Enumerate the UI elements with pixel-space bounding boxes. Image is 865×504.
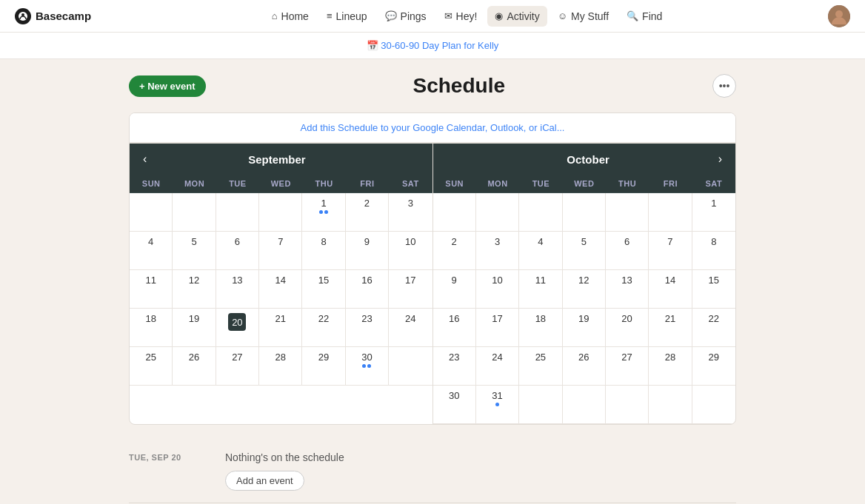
sep-day-22[interactable]: 22 bbox=[302, 309, 345, 347]
october-title: October bbox=[463, 153, 714, 166]
oct-day-28[interactable]: 28 bbox=[649, 347, 692, 386]
logo-icon bbox=[15, 8, 31, 24]
sep-day-9[interactable]: 9 bbox=[346, 232, 389, 270]
sep-day-7[interactable]: 7 bbox=[259, 232, 302, 270]
nav-find[interactable]: 🔍 Find bbox=[619, 6, 669, 27]
add-event-button-sep20[interactable]: Add an event bbox=[225, 471, 304, 491]
nav-lineup[interactable]: ≡ Lineup bbox=[319, 6, 375, 27]
sep-day-29[interactable]: 29 bbox=[302, 347, 345, 386]
oct-day-20[interactable]: 20 bbox=[606, 309, 649, 347]
oct-day-22[interactable]: 22 bbox=[692, 309, 735, 347]
oct-day-9[interactable]: 9 bbox=[433, 270, 476, 309]
oct-day-23[interactable]: 23 bbox=[433, 347, 476, 386]
nav-home[interactable]: ⌂ Home bbox=[264, 6, 316, 27]
sep-day-23[interactable]: 23 bbox=[346, 309, 389, 347]
sep-day-15[interactable]: 15 bbox=[302, 270, 345, 309]
sep-day-27[interactable]: 27 bbox=[216, 347, 259, 386]
oct-day-10[interactable]: 10 bbox=[476, 270, 519, 309]
sep-day-21[interactable]: 21 bbox=[259, 309, 302, 347]
sep-day-1[interactable]: 1 bbox=[302, 193, 345, 232]
oct-day-30[interactable]: 30 bbox=[433, 386, 476, 424]
sep-day-16[interactable]: 16 bbox=[346, 270, 389, 309]
sep-day-19[interactable]: 19 bbox=[173, 309, 216, 347]
oct-day-21[interactable]: 21 bbox=[649, 309, 692, 347]
september-days-header: SUN MON TUE WED THU FRI SAT bbox=[130, 175, 432, 193]
oct-day-5[interactable]: 5 bbox=[563, 232, 606, 270]
new-event-button[interactable]: + New event bbox=[129, 75, 206, 97]
nav-mystuff[interactable]: ☺ My Stuff bbox=[550, 6, 616, 27]
sep-day-18[interactable]: 18 bbox=[130, 309, 173, 347]
oct-day-2[interactable]: 2 bbox=[433, 232, 476, 270]
sep-day-26[interactable]: 26 bbox=[173, 347, 216, 386]
oct-day-19[interactable]: 19 bbox=[563, 309, 606, 347]
lineup-icon: ≡ bbox=[327, 10, 333, 21]
oct-day-13[interactable]: 13 bbox=[606, 270, 649, 309]
oct-day-sun: SUN bbox=[433, 175, 476, 192]
sep-day-13[interactable]: 13 bbox=[216, 270, 259, 309]
sep-day-2[interactable]: 2 bbox=[346, 193, 389, 232]
sep-day-25[interactable]: 25 bbox=[130, 347, 173, 386]
prev-month-button[interactable]: ‹ bbox=[138, 151, 151, 167]
oct-day-12[interactable]: 12 bbox=[563, 270, 606, 309]
oct-day-16[interactable]: 16 bbox=[433, 309, 476, 347]
oct-day-17[interactable]: 17 bbox=[476, 309, 519, 347]
more-options-button[interactable]: ••• bbox=[712, 74, 736, 98]
oct-empty-cell bbox=[563, 386, 606, 424]
nav-hey[interactable]: ✉ Hey! bbox=[437, 6, 485, 27]
sep-empty-cell bbox=[173, 193, 216, 232]
ical-link[interactable]: Add this Schedule to your Google Calenda… bbox=[301, 122, 565, 133]
sep-day-24[interactable]: 24 bbox=[389, 309, 432, 347]
oct-empty-cell bbox=[606, 193, 649, 232]
calendar-container: Add this Schedule to your Google Calenda… bbox=[129, 112, 736, 425]
oct-day-14[interactable]: 14 bbox=[649, 270, 692, 309]
sep-day-6[interactable]: 6 bbox=[216, 232, 259, 270]
oct-day-27[interactable]: 27 bbox=[606, 347, 649, 386]
oct-day-4[interactable]: 4 bbox=[519, 232, 562, 270]
oct-empty-cell bbox=[606, 386, 649, 424]
nav-pings[interactable]: 💬 Pings bbox=[378, 6, 434, 27]
oct-day-31[interactable]: 31 bbox=[476, 386, 519, 424]
sep-day-4[interactable]: 4 bbox=[130, 232, 173, 270]
sep-day-20[interactable]: 20 bbox=[216, 309, 259, 347]
sep-day-30[interactable]: 30 bbox=[346, 347, 389, 386]
oct-day-7[interactable]: 7 bbox=[649, 232, 692, 270]
sep-day-11[interactable]: 11 bbox=[130, 270, 173, 309]
oct-day-mon: MON bbox=[476, 175, 519, 192]
oct-day-8[interactable]: 8 bbox=[692, 232, 735, 270]
avatar[interactable] bbox=[828, 5, 850, 27]
sep-day-fri: FRI bbox=[346, 175, 389, 192]
sep-empty-cell bbox=[259, 193, 302, 232]
breadcrumb-link[interactable]: 30-60-90 Day Plan for Kelly bbox=[381, 40, 498, 51]
oct-day-11[interactable]: 11 bbox=[519, 270, 562, 309]
sep-day-3[interactable]: 3 bbox=[389, 193, 432, 232]
oct-day-15[interactable]: 15 bbox=[692, 270, 735, 309]
oct-day-18[interactable]: 18 bbox=[519, 309, 562, 347]
oct-day-26[interactable]: 26 bbox=[563, 347, 606, 386]
oct-day-1[interactable]: 1 bbox=[692, 193, 735, 232]
oct-day-3[interactable]: 3 bbox=[476, 232, 519, 270]
sep-day-17[interactable]: 17 bbox=[389, 270, 432, 309]
sep-day-12[interactable]: 12 bbox=[173, 270, 216, 309]
oct-day-thu: THU bbox=[606, 175, 649, 192]
next-month-button[interactable]: › bbox=[714, 151, 727, 167]
oct-day-24[interactable]: 24 bbox=[476, 347, 519, 386]
logo[interactable]: Basecamp bbox=[15, 8, 91, 24]
mystuff-icon: ☺ bbox=[558, 10, 567, 21]
oct-empty-cell bbox=[519, 386, 562, 424]
sep-day-10[interactable]: 10 bbox=[389, 232, 432, 270]
sep-day-8[interactable]: 8 bbox=[302, 232, 345, 270]
sep-day-5[interactable]: 5 bbox=[173, 232, 216, 270]
oct-day-6[interactable]: 6 bbox=[606, 232, 649, 270]
oct-empty-cell bbox=[563, 193, 606, 232]
oct-day-fri: FRI bbox=[649, 175, 692, 192]
activity-icon: ◉ bbox=[495, 10, 503, 21]
ical-link-bar: Add this Schedule to your Google Calenda… bbox=[130, 113, 735, 143]
october-calendar: October › SUN MON TUE WED THU FRI SAT 12… bbox=[433, 144, 736, 424]
sep-day-14[interactable]: 14 bbox=[259, 270, 302, 309]
sep-day-28[interactable]: 28 bbox=[259, 347, 302, 386]
oct-day-29[interactable]: 29 bbox=[692, 347, 735, 386]
sep-day-thu: THU bbox=[302, 175, 345, 192]
page-title: Schedule bbox=[413, 74, 505, 98]
oct-day-25[interactable]: 25 bbox=[519, 347, 562, 386]
nav-activity[interactable]: ◉ Activity bbox=[487, 6, 547, 27]
